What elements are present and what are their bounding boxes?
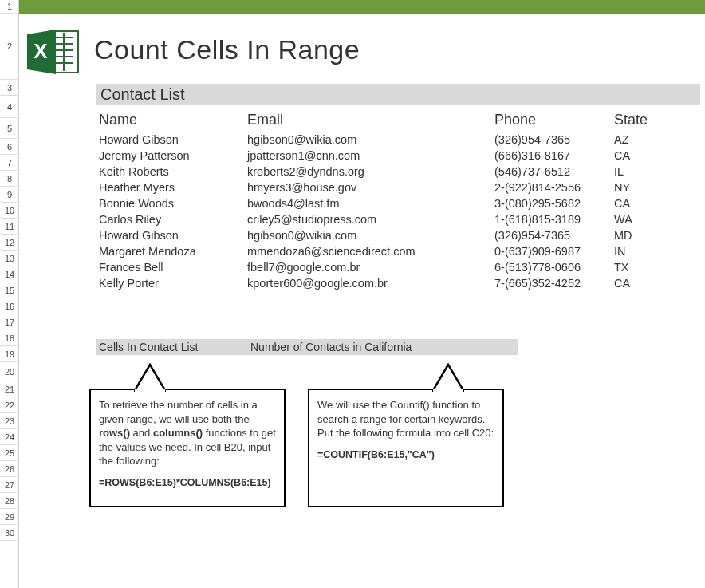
cell-name[interactable]: Bonnie Woods — [96, 195, 247, 211]
cell-state[interactable]: AZ — [614, 132, 670, 148]
row-number[interactable]: 19 — [0, 346, 19, 362]
row-number[interactable]: 30 — [0, 525, 19, 541]
row-number[interactable]: 28 — [0, 493, 19, 509]
cell-email[interactable]: jpatterson1@cnn.com — [247, 148, 494, 164]
table-row: Frances Bellfbell7@google.com.br6-(513)7… — [96, 259, 700, 275]
row-number[interactable]: 29 — [0, 509, 19, 525]
cell-phone[interactable]: (666)316-8167 — [494, 148, 614, 164]
table-row: Howard Gibsonhgibson0@wikia.com(326)954-… — [96, 132, 700, 148]
col-header-email[interactable]: Email — [247, 112, 494, 128]
row-number[interactable]: 25 — [0, 445, 19, 461]
cell-phone[interactable]: 7-(665)352-4252 — [494, 275, 614, 291]
cell-phone[interactable]: 1-(618)815-3189 — [494, 211, 614, 227]
cell-email[interactable]: fbell7@google.com.br — [247, 259, 494, 275]
row-number[interactable]: 15 — [0, 282, 19, 298]
row-number[interactable]: 16 — [0, 298, 19, 314]
row-number[interactable]: 23 — [0, 413, 19, 429]
cell-email[interactable]: kporter600@google.com.br — [247, 275, 494, 291]
svg-text:X: X — [33, 39, 48, 63]
cell-state[interactable]: MD — [614, 227, 670, 243]
cell-state[interactable]: CA — [614, 195, 670, 211]
callout-formula: =ROWS(B6:E15)*COLUMNS(B6:E15) — [99, 476, 276, 490]
row-number[interactable]: 9 — [0, 187, 19, 203]
cell-email[interactable]: mmendoza6@sciencedirect.com — [247, 243, 494, 259]
cell-state[interactable]: NY — [614, 180, 670, 195]
page-title: Count Cells In Range — [94, 34, 360, 70]
row-number[interactable]: 18 — [0, 330, 19, 346]
cell-state[interactable]: IN — [614, 243, 670, 259]
cell-email[interactable]: bwoods4@last.fm — [247, 195, 494, 211]
cells-in-list-label[interactable]: Cells In Contact List — [96, 339, 247, 355]
cell-phone[interactable]: (326)954-7365 — [494, 227, 614, 243]
row-number[interactable]: 14 — [0, 266, 19, 282]
col-header-name[interactable]: Name — [96, 112, 247, 128]
callout-text: To retrieve the number of cells in a giv… — [99, 398, 276, 468]
cell-phone[interactable]: 3-(080)295-5682 — [494, 195, 614, 211]
cell-email[interactable]: hgibson0@wikia.com — [247, 227, 494, 243]
table-row: Howard Gibsonhgibson0@wikia.com(326)954-… — [96, 227, 700, 243]
row-number[interactable]: 1 — [0, 0, 19, 14]
svg-marker-11 — [432, 365, 464, 392]
row-number[interactable]: 11 — [0, 219, 19, 235]
row-number[interactable]: 6 — [0, 139, 19, 155]
cell-state[interactable]: CA — [614, 275, 670, 291]
cell-email[interactable]: hmyers3@house.gov — [247, 180, 494, 195]
row-number[interactable]: 13 — [0, 251, 19, 266]
callout-text: We will use the Countif() function to se… — [317, 398, 494, 440]
cell-name[interactable]: Heather Myers — [96, 180, 247, 195]
svg-marker-9 — [134, 365, 166, 392]
row-number[interactable]: 4 — [0, 96, 19, 118]
cell-phone[interactable]: 0-(637)909-6987 — [494, 243, 614, 259]
excel-icon: X — [26, 28, 81, 76]
callout-formula: =COUNTIF(B6:E15,"CA") — [317, 448, 494, 462]
cell-state[interactable]: WA — [614, 211, 670, 227]
row-number[interactable]: 26 — [0, 461, 19, 477]
cell-name[interactable]: Margaret Mendoza — [96, 243, 247, 259]
cell-state[interactable]: CA — [614, 148, 670, 164]
cell-name[interactable]: Howard Gibson — [96, 132, 247, 148]
table-row: Carlos Rileycriley5@studiopress.com1-(61… — [96, 211, 700, 227]
cell-state[interactable]: IL — [614, 164, 670, 180]
col-header-state[interactable]: State — [614, 112, 670, 128]
cell-state[interactable]: TX — [614, 259, 670, 275]
row-number[interactable]: 24 — [0, 429, 19, 445]
row-number[interactable]: 2 — [0, 14, 19, 80]
cell-name[interactable]: Jeremy Patterson — [96, 148, 247, 164]
row-number[interactable]: 20 — [0, 362, 19, 381]
row-number[interactable]: 27 — [0, 477, 19, 493]
callout-cells-count: To retrieve the number of cells in a giv… — [89, 389, 286, 507]
row-number[interactable]: 22 — [0, 397, 19, 413]
row-number-gutter: 1234567891011121314151617181920212223242… — [0, 0, 19, 588]
row-number[interactable]: 21 — [0, 381, 19, 397]
cell-name[interactable]: Carlos Riley — [96, 211, 247, 227]
table-row: Margaret Mendozammendoza6@sciencedirect.… — [96, 243, 700, 259]
green-header-bar — [19, 0, 705, 14]
row-number[interactable]: 7 — [0, 155, 19, 171]
row-number[interactable]: 17 — [0, 314, 19, 330]
col-header-phone[interactable]: Phone — [494, 112, 614, 128]
row-number[interactable]: 3 — [0, 80, 19, 96]
row-number[interactable]: 8 — [0, 171, 19, 187]
table-row: Bonnie Woodsbwoods4@last.fm3-(080)295-56… — [96, 195, 700, 211]
cell-name[interactable]: Kelly Porter — [96, 275, 247, 291]
cell-phone[interactable]: 2-(922)814-2556 — [494, 180, 614, 195]
cell-email[interactable]: criley5@studiopress.com — [247, 211, 494, 227]
row-number[interactable]: 5 — [0, 118, 19, 139]
cell-phone[interactable]: (326)954-7365 — [494, 132, 614, 148]
cell-name[interactable]: Keith Roberts — [96, 164, 247, 180]
worksheet: X Count Cells In Range Contact List Name… — [19, 0, 705, 588]
row-number[interactable]: 12 — [0, 235, 19, 251]
callout-pointer-icon — [432, 363, 464, 392]
cell-phone[interactable]: 6-(513)778-0606 — [494, 259, 614, 275]
title-area: X Count Cells In Range — [19, 14, 705, 84]
callouts: To retrieve the number of cells in a giv… — [89, 389, 705, 507]
cell-phone[interactable]: (546)737-6512 — [494, 164, 614, 180]
cell-name[interactable]: Frances Bell — [96, 259, 247, 275]
cell-email[interactable]: hgibson0@wikia.com — [247, 132, 494, 148]
table-row: Jeremy Pattersonjpatterson1@cnn.com(666)… — [96, 148, 700, 164]
summary-row: Cells In Contact List Number of Contacts… — [96, 339, 705, 355]
cell-name[interactable]: Howard Gibson — [96, 227, 247, 243]
contacts-in-ca-label[interactable]: Number of Contacts in California — [247, 339, 518, 355]
cell-email[interactable]: kroberts2@dyndns.org — [247, 164, 494, 180]
row-number[interactable]: 10 — [0, 203, 19, 219]
